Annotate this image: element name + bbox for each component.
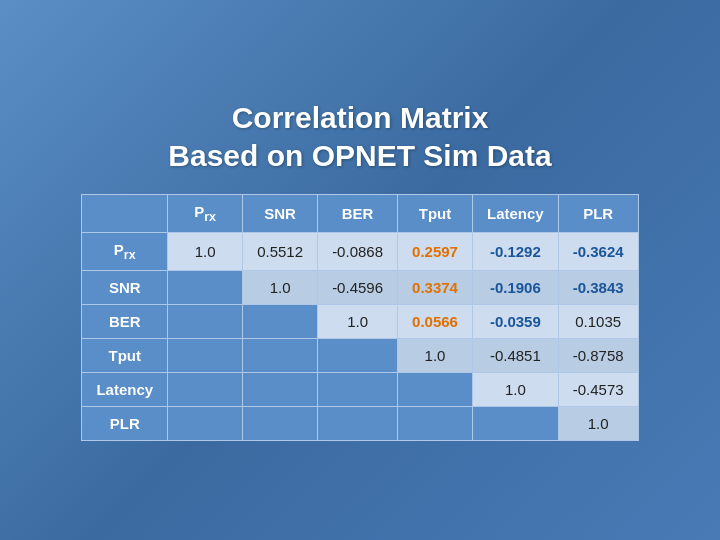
table-row: Prx1.00.5512-0.08680.2597-0.1292-0.3624 bbox=[82, 233, 638, 271]
table-cell bbox=[318, 339, 398, 373]
table-cell: -0.3624 bbox=[558, 233, 638, 271]
table-cell bbox=[168, 373, 243, 407]
table-cell: 1.0 bbox=[168, 233, 243, 271]
header-tput: Tput bbox=[398, 195, 473, 233]
table-cell: -0.1906 bbox=[473, 271, 559, 305]
table-cell bbox=[243, 339, 318, 373]
table-row: Latency1.0-0.4573 bbox=[82, 373, 638, 407]
header-empty bbox=[82, 195, 168, 233]
title-line1: Correlation Matrix bbox=[168, 99, 551, 137]
table-cell bbox=[318, 373, 398, 407]
table-cell bbox=[243, 407, 318, 441]
title-line2: Based on OPNET Sim Data bbox=[168, 137, 551, 175]
table-cell: 0.3374 bbox=[398, 271, 473, 305]
table-cell: 0.2597 bbox=[398, 233, 473, 271]
table-cell: -0.8758 bbox=[558, 339, 638, 373]
row-header: Latency bbox=[82, 373, 168, 407]
table-cell bbox=[168, 271, 243, 305]
table-cell: 0.0566 bbox=[398, 305, 473, 339]
table-cell bbox=[318, 407, 398, 441]
table-cell bbox=[398, 407, 473, 441]
table-cell: -0.0868 bbox=[318, 233, 398, 271]
table-cell bbox=[243, 373, 318, 407]
table-cell: 0.1035 bbox=[558, 305, 638, 339]
row-header: Prx bbox=[82, 233, 168, 271]
row-header: Tput bbox=[82, 339, 168, 373]
table-cell bbox=[243, 305, 318, 339]
table-cell bbox=[168, 305, 243, 339]
table-cell: 1.0 bbox=[558, 407, 638, 441]
correlation-matrix: Prx SNR BER Tput Latency PLR Prx1.00.551… bbox=[81, 194, 638, 441]
table-cell: 1.0 bbox=[318, 305, 398, 339]
table-cell: -0.4573 bbox=[558, 373, 638, 407]
table-cell: 0.5512 bbox=[243, 233, 318, 271]
table-row: BER1.00.0566-0.03590.1035 bbox=[82, 305, 638, 339]
table-cell bbox=[168, 407, 243, 441]
table-cell bbox=[473, 407, 559, 441]
table-cell: -0.0359 bbox=[473, 305, 559, 339]
header-row: Prx SNR BER Tput Latency PLR bbox=[82, 195, 638, 233]
table-cell: 1.0 bbox=[473, 373, 559, 407]
table-cell bbox=[398, 373, 473, 407]
header-prx: Prx bbox=[168, 195, 243, 233]
table-cell: -0.4596 bbox=[318, 271, 398, 305]
header-latency: Latency bbox=[473, 195, 559, 233]
header-snr: SNR bbox=[243, 195, 318, 233]
row-header: PLR bbox=[82, 407, 168, 441]
header-plr: PLR bbox=[558, 195, 638, 233]
row-header: SNR bbox=[82, 271, 168, 305]
table-row: Tput1.0-0.4851-0.8758 bbox=[82, 339, 638, 373]
table-cell: -0.3843 bbox=[558, 271, 638, 305]
table-cell bbox=[168, 339, 243, 373]
table-cell: 1.0 bbox=[243, 271, 318, 305]
row-header: BER bbox=[82, 305, 168, 339]
table-cell: -0.1292 bbox=[473, 233, 559, 271]
table-row: PLR1.0 bbox=[82, 407, 638, 441]
title-block: Correlation Matrix Based on OPNET Sim Da… bbox=[168, 99, 551, 174]
header-ber: BER bbox=[318, 195, 398, 233]
table-cell: 1.0 bbox=[398, 339, 473, 373]
table-row: SNR1.0-0.45960.3374-0.1906-0.3843 bbox=[82, 271, 638, 305]
table-cell: -0.4851 bbox=[473, 339, 559, 373]
